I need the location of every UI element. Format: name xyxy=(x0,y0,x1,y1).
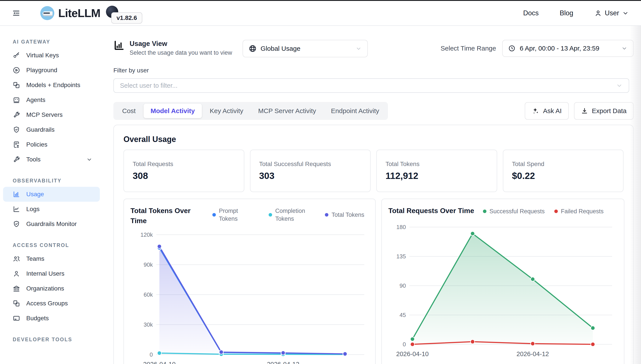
tokens-chart-title: Total Tokens Over Time xyxy=(131,206,203,226)
sidebar: AI GATEWAY Virtual Keys Playground Model… xyxy=(0,26,103,364)
stat-total-requests: Total Requests 308 xyxy=(124,150,244,192)
sidebar-item-access-groups[interactable]: Access Groups xyxy=(3,296,100,311)
time-range-value: 6 Apr, 00:00 - 13 Apr, 23:59 xyxy=(520,44,617,52)
usage-view-select[interactable]: Global Usage xyxy=(243,40,368,57)
user-filter-input[interactable] xyxy=(120,82,616,89)
sidebar-item-logs[interactable]: Logs xyxy=(3,202,100,216)
overall-usage-title: Overall Usage xyxy=(124,135,623,144)
tab-cost[interactable]: Cost xyxy=(115,104,143,118)
section-title-access-control: ACCESS CONTROL xyxy=(0,242,103,251)
chevron-down-icon xyxy=(356,46,362,52)
tab-mcp-server-activity[interactable]: MCP Server Activity xyxy=(251,104,323,118)
overlapping-squares-icon xyxy=(13,82,20,89)
top-navbar: LiteLLM v1.82.6 Docs Blog User xyxy=(0,1,641,26)
svg-text:135: 135 xyxy=(397,253,406,260)
requests-over-time-card: Total Requests Over Time Successful Requ… xyxy=(381,198,624,364)
legend-total-tokens: Total Tokens xyxy=(325,207,364,223)
chevron-down-icon xyxy=(616,82,622,89)
export-data-button[interactable]: Export Data xyxy=(574,102,633,120)
svg-text:0: 0 xyxy=(403,341,406,348)
usage-tabs: Cost Model Activity Key Activity MCP Ser… xyxy=(113,102,388,120)
key-icon xyxy=(13,52,20,59)
requests-chart-legend: Successful Requests Failed Requests xyxy=(474,206,617,215)
user-menu[interactable]: User xyxy=(594,9,629,17)
clock-icon xyxy=(508,45,515,52)
main-content: Usage View Select the usage data you wan… xyxy=(103,26,641,364)
sidebar-item-agents[interactable]: Agents xyxy=(3,92,100,108)
sidebar-item-guardrails-monitor[interactable]: Guardrails Monitor xyxy=(3,216,100,232)
legend-failed-requests: Failed Requests xyxy=(554,208,603,215)
section-title-observability: OBSERVABILITY xyxy=(0,178,103,187)
nav-link-blog[interactable]: Blog xyxy=(560,9,573,17)
svg-text:2026-04-12: 2026-04-12 xyxy=(516,350,549,358)
tab-model-activity[interactable]: Model Activity xyxy=(144,104,202,118)
sidebar-collapse-icon[interactable] xyxy=(12,8,21,18)
page-title: Usage View xyxy=(130,40,232,48)
legend-dot-total xyxy=(325,213,328,216)
sidebar-item-organizations[interactable]: Organizations xyxy=(3,281,100,296)
tokens-over-time-chart: 030k60k90k120k2026-04-102026-04-12 xyxy=(131,229,370,364)
sidebar-item-policies[interactable]: Policies xyxy=(3,137,100,152)
section-title-developer-tools: DEVELOPER TOOLS xyxy=(0,337,103,346)
line-chart-icon xyxy=(13,206,20,213)
time-range-label: Select Time Range xyxy=(441,44,496,52)
sidebar-item-guardrails[interactable]: Guardrails xyxy=(3,122,100,137)
legend-prompt-tokens: Prompt Tokens xyxy=(212,207,252,223)
litellm-logo: LiteLLM xyxy=(40,6,100,20)
nav-link-docs[interactable]: Docs xyxy=(523,9,539,17)
user-filter-select[interactable] xyxy=(113,78,629,93)
document-stamp-icon xyxy=(13,141,20,148)
svg-text:120k: 120k xyxy=(141,232,153,238)
chevron-down-icon xyxy=(86,156,92,162)
page-subtitle: Select the usage data you want to view xyxy=(130,50,232,56)
requests-over-time-chart: 045901351802026-04-102026-04-12 xyxy=(388,222,617,362)
brand-name: LiteLLM xyxy=(58,6,100,20)
sidebar-item-teams[interactable]: Teams xyxy=(3,251,100,266)
overlapping-squares-icon xyxy=(13,300,20,307)
tab-key-activity[interactable]: Key Activity xyxy=(203,104,250,118)
sidebar-item-budgets[interactable]: Budgets xyxy=(3,311,100,326)
tokens-over-time-card: Total Tokens Over Time Prompt Tokens Com… xyxy=(124,198,376,364)
requests-chart-title: Total Requests Over Time xyxy=(388,206,474,216)
version-badge: v1.82.6 xyxy=(111,12,142,24)
download-icon xyxy=(581,108,588,114)
globe-icon xyxy=(249,44,257,52)
usage-view-selected: Global Usage xyxy=(260,45,352,52)
sidebar-item-virtual-keys[interactable]: Virtual Keys xyxy=(3,48,100,63)
sidebar-item-playground[interactable]: Playground xyxy=(3,63,100,78)
bar-chart-icon xyxy=(13,190,20,198)
filter-by-user-label: Filter by user xyxy=(113,67,633,74)
svg-text:2026-04-12: 2026-04-12 xyxy=(267,361,299,364)
time-range-picker[interactable]: 6 Apr, 00:00 - 13 Apr, 23:59 xyxy=(502,40,633,57)
svg-text:45: 45 xyxy=(400,312,406,318)
usage-view-icon xyxy=(113,40,124,51)
svg-text:0: 0 xyxy=(150,351,153,358)
sparkles-icon xyxy=(532,107,539,114)
export-data-label: Export Data xyxy=(592,107,626,114)
shield-check-icon xyxy=(13,220,20,228)
chevron-down-icon xyxy=(622,10,629,16)
bank-icon xyxy=(13,285,20,292)
sidebar-item-internal-users[interactable]: Internal Users xyxy=(3,266,100,281)
sidebar-item-models-endpoints[interactable]: Models + Endpoints xyxy=(3,78,100,92)
wrench-icon xyxy=(13,111,20,118)
ask-ai-button[interactable]: Ask AI xyxy=(525,102,569,120)
legend-dot-failed xyxy=(554,210,558,213)
legend-successful-requests: Successful Requests xyxy=(483,208,545,215)
tab-endpoint-activity[interactable]: Endpoint Activity xyxy=(324,104,386,118)
legend-completion-tokens: Completion Tokens xyxy=(269,207,308,223)
svg-text:2026-04-10: 2026-04-10 xyxy=(143,361,176,364)
section-title-ai-gateway: AI GATEWAY xyxy=(0,39,103,48)
sidebar-item-usage[interactable]: Usage xyxy=(3,187,100,202)
svg-text:90k: 90k xyxy=(144,262,153,268)
user-icon xyxy=(13,270,20,278)
shield-check-icon xyxy=(13,126,20,134)
stat-total-successful-requests: Total Successful Requests 303 xyxy=(250,150,371,192)
chevron-down-icon xyxy=(621,45,627,52)
sidebar-item-tools[interactable]: Tools xyxy=(3,152,100,167)
legend-dot-successful xyxy=(483,210,486,213)
credit-card-icon xyxy=(13,314,20,322)
wrench-icon xyxy=(13,156,20,163)
user-label: User xyxy=(605,9,619,17)
sidebar-item-mcp-servers[interactable]: MCP Servers xyxy=(3,108,100,122)
